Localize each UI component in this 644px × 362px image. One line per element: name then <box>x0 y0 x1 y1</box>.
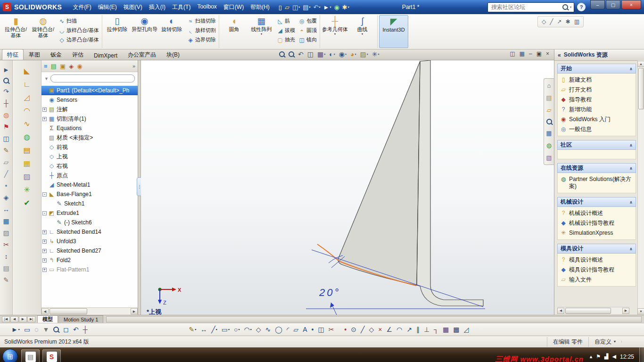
print-icon[interactable]: ▤ ▾ <box>303 4 310 11</box>
instant3d-button[interactable]: ◤ Instant3D <box>379 15 408 48</box>
open-document-link[interactable]: ▱ 打开文档 <box>559 85 635 95</box>
tree-item-flat-pattern[interactable]: + ▭ Flat-Pattern1 <box>41 265 138 274</box>
getting-started-link[interactable]: ◉ SolidWorks 入门 <box>559 115 635 124</box>
plane-icon[interactable]: ▱ <box>293 326 298 333</box>
resources-tab-icon[interactable]: ⌂ <box>547 82 551 89</box>
tree-item-cutlist[interactable]: + ▦ 切割清单(1) <box>41 114 138 123</box>
collapse-section-icon[interactable]: ∧ <box>629 166 633 171</box>
hem-icon[interactable]: ◠ <box>21 106 33 115</box>
arc-snap-icon[interactable]: ◠ <box>396 326 402 333</box>
search-tab-icon[interactable] <box>546 119 552 124</box>
select-cursor-icon[interactable]: ► ▾ <box>323 4 331 11</box>
tree-horizontal-scrollbar[interactable]: ◀ ▶ <box>41 307 138 315</box>
snap-tangent-icon[interactable]: ↗ <box>557 18 562 25</box>
taskbar-app-journal[interactable]: ▤ <box>21 349 40 362</box>
display-style-icon[interactable]: ◐ ▾ <box>329 50 335 58</box>
scroll-right-icon[interactable]: ▶ <box>131 308 138 314</box>
scroll-right-icon[interactable]: ▶ <box>622 308 629 314</box>
mass-properties-icon[interactable]: ▦ <box>3 217 9 225</box>
tab-blocks[interactable]: 块(B) <box>161 49 185 60</box>
tree-expand-toggle[interactable]: + <box>42 239 47 244</box>
rib-button[interactable]: ◺ 筋 <box>275 16 297 25</box>
hide-show-items-icon[interactable]: ◉ ▾ <box>339 50 347 58</box>
wrap-button[interactable]: ◎ 包覆 <box>297 16 318 25</box>
tree-item-sheet-metal[interactable]: ◢ Sheet-Metal1 <box>41 180 138 189</box>
task-pane-horizontal-scrollbar[interactable]: ◀ ▶ <box>557 307 629 314</box>
graphics-viewport[interactable]: 20° X Z *上视 ⌂ <box>141 60 554 315</box>
tree-expand-toggle[interactable]: - <box>42 192 47 197</box>
pan-icon[interactable]: ┼ <box>83 326 88 333</box>
collapse-section-icon[interactable]: ∧ <box>629 247 633 251</box>
mirror-entities-icon[interactable]: ◫ <box>318 326 324 333</box>
displaymanager-tab-icon[interactable]: ◉ <box>77 63 82 70</box>
search-dropdown-icon[interactable]: ▾ <box>570 6 571 8</box>
tree-item-material[interactable]: ▨ 材质 <未指定> <box>41 133 138 142</box>
scroll-up-icon[interactable]: ▲ <box>637 61 644 67</box>
doc-minimize-icon[interactable]: – <box>529 50 532 57</box>
part-main-face[interactable] <box>338 61 420 285</box>
tangent-snap-icon[interactable]: ↗ <box>406 326 412 333</box>
configurationmanager-tab-icon[interactable]: ▣ <box>60 63 66 70</box>
scrollbar-thumb[interactable] <box>565 308 611 314</box>
collapse-section-icon[interactable]: ∧ <box>629 66 633 71</box>
search-icon[interactable] <box>562 4 568 10</box>
hole-wizard-button[interactable]: ◉ 异型孔向导 <box>131 15 158 48</box>
point-icon[interactable]: • <box>311 326 314 333</box>
scroll-left-icon[interactable]: ◀ <box>41 308 49 314</box>
tree-item-sketch1[interactable]: ✎ Sketch1 <box>41 199 138 208</box>
trim-icon[interactable]: ✂ <box>3 241 9 248</box>
zoom-area-icon[interactable]: ◻ <box>63 326 69 333</box>
tree-item-sketched-bend14[interactable]: + ∟ Sketched Bend14 <box>41 227 138 237</box>
view-orientation-icon[interactable]: ▦ ▾ <box>317 50 325 58</box>
options-icon[interactable]: ✱ ▾ <box>342 4 349 11</box>
tree-expand-toggle[interactable]: + <box>42 268 47 272</box>
feature-tree-filter-input[interactable] <box>50 74 135 82</box>
loft-cut-button[interactable]: ◟ 放样切割 <box>186 26 217 35</box>
scrollbar-thumb[interactable] <box>50 308 87 314</box>
miter-flange-icon[interactable]: ◿ <box>21 92 33 102</box>
partner-solutions-link[interactable]: ◍ Partner Solutions(解决方案) <box>559 174 635 191</box>
previous-view-icon[interactable]: ↶ <box>73 326 79 333</box>
clock[interactable]: 12:25 <box>620 354 634 360</box>
note-icon[interactable]: ▤ <box>3 264 9 272</box>
zoom-area-icon[interactable] <box>289 51 294 57</box>
appearance-icon[interactable]: ◍ <box>3 111 9 119</box>
collapse-section-icon[interactable]: ∧ <box>629 143 633 148</box>
help-button[interactable]: ? <box>577 3 586 11</box>
center-snap-icon[interactable]: ⊙ <box>351 326 356 333</box>
motion-study-tab[interactable]: Motion Study 1 <box>58 315 103 323</box>
propertymanager-tab-icon[interactable]: ▤ <box>51 63 57 70</box>
select-tool-icon[interactable]: ► ▾ <box>11 326 20 333</box>
select-tool-icon[interactable]: ► <box>3 66 9 74</box>
tree-expand-toggle[interactable]: + <box>42 117 47 121</box>
axis-icon[interactable]: ╱ <box>4 170 8 178</box>
model-canvas[interactable]: 20° X Z *上视 <box>141 60 554 315</box>
model-tab[interactable]: 模型 <box>37 315 58 323</box>
mate-icon[interactable]: ◈ <box>4 194 9 201</box>
tray-expand-icon[interactable]: ▴ <box>590 354 593 360</box>
section-community-header[interactable]: 社区 ∧ <box>557 140 636 150</box>
machine-design-tutorial-link[interactable]: ◆ 机械设计指导教程 <box>559 218 635 228</box>
zoom-fit-icon[interactable] <box>53 327 59 332</box>
mold-design-overview-link[interactable]: ? 模具设计概述 <box>559 255 635 265</box>
revolve-cut-button[interactable]: ◐ 旋转切除 <box>158 15 185 48</box>
tree-item-sketch6[interactable]: ✎ (-) Sketch6 <box>41 218 138 227</box>
collapse-pane-icon[interactable]: « <box>558 52 561 58</box>
point-icon[interactable]: • <box>5 182 8 189</box>
triangle-snap-icon[interactable]: ◿ <box>464 326 469 333</box>
open-icon[interactable]: ▱ <box>285 4 289 11</box>
text-icon[interactable]: A <box>303 326 307 333</box>
arc-icon[interactable]: ◠ ▾ <box>244 326 252 333</box>
mold-design-tutorial-link[interactable]: ◆ 模具设计指导教程 <box>559 265 635 275</box>
import-files-link[interactable]: ▱ 输入文件 <box>559 275 635 285</box>
circle-icon[interactable]: ○ ▾ <box>234 326 239 333</box>
sketch-icon[interactable]: ✎ ▾ <box>189 326 197 333</box>
rebuild-icon[interactable]: ◉ <box>334 4 339 11</box>
draft-button[interactable]: ◢ 拔模 <box>275 26 297 35</box>
boundary-cut-button[interactable]: ◈ 边界切除 <box>186 35 217 44</box>
search-input[interactable] <box>490 3 561 11</box>
section-mold-header[interactable]: 模具设计 ∧ <box>557 244 636 254</box>
sketch-icon[interactable]: ✎ <box>3 147 9 154</box>
measure-icon[interactable]: ↔ <box>3 206 9 213</box>
sweep-cut-button[interactable]: ≈ 扫描切除 <box>186 16 217 25</box>
